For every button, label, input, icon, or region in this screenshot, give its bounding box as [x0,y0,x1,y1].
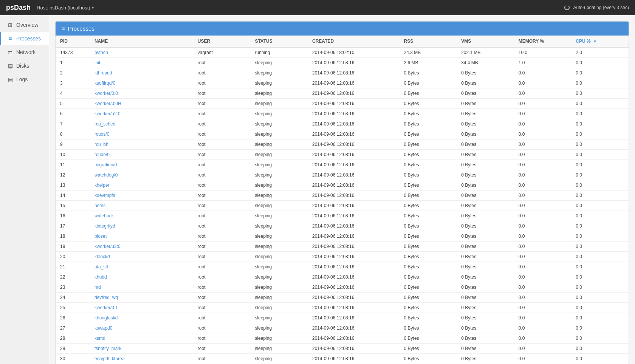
table-row[interactable]: 14373pythonvagrantrunning2014-09-06 18:0… [56,47,629,58]
cell-name[interactable]: kworker/0:0H [90,99,193,109]
table-row[interactable]: 9rcu_bhrootsleeping2014-09-06 12:08:160 … [56,139,629,150]
col-cpu-sort[interactable]: CPU % ▼ [571,36,629,47]
cell-name[interactable]: migration/0 [90,160,193,170]
table-row[interactable]: 10rcuob/0rootsleeping2014-09-06 12:08:16… [56,150,629,160]
table-row[interactable]: 11migration/0rootsleeping2014-09-06 12:0… [56,160,629,170]
cell-name[interactable]: khungtaskd [90,313,193,323]
table-row[interactable]: 26khungtaskdrootsleeping2014-09-06 12:08… [56,313,629,323]
cell-name[interactable]: rcuos/0 [90,129,193,139]
process-link[interactable]: kblockd [94,254,110,259]
process-link[interactable]: kswapd0 [94,325,112,331]
table-row[interactable]: 29fsnotify_markrootsleeping2014-09-06 12… [56,344,629,354]
table-row[interactable]: 13khelperrootsleeping2014-09-06 12:08:16… [56,180,629,191]
cell-name[interactable]: khelper [90,180,193,191]
process-link[interactable]: rcuos/0 [94,132,109,137]
process-link[interactable]: python [94,50,108,55]
process-link[interactable]: kintegrityd [94,223,115,229]
table-row[interactable]: 14kdevtmpfsrootsleeping2014-09-06 12:08:… [56,191,629,201]
cell-name[interactable]: ksmd [90,333,193,344]
process-link[interactable]: kworker/0:0 [94,91,118,96]
cell-name[interactable]: kintegrityd [90,221,193,231]
process-link[interactable]: khubd [94,274,107,280]
process-link[interactable]: devfreq_wq [94,295,118,300]
cell-name[interactable]: md [90,282,193,293]
table-row[interactable]: 28ksmdrootsleeping2014-09-06 12:08:160 B… [56,333,629,344]
cell-name[interactable]: kworker/u2:0 [90,109,193,119]
table-row[interactable]: 2kthreaddrootsleeping2014-09-06 12:08:16… [56,68,629,78]
process-link[interactable]: kworker/u3:0 [94,244,121,249]
cell-name[interactable]: ksoftirqd/0 [90,78,193,88]
cell-name[interactable]: python [90,47,193,58]
host-selector[interactable]: Host: psDash (localhost) ▾ [37,5,94,11]
table-row[interactable]: 12watchdog/0rootsleeping2014-09-06 12:08… [56,170,629,180]
table-row[interactable]: 1initrootsleeping2014-09-06 12:08:162.6 … [56,58,629,68]
table-row[interactable]: 5kworker/0:0Hrootsleeping2014-09-06 12:0… [56,99,629,109]
sidebar-item-overview[interactable]: ⊞ Overview [0,18,49,32]
table-row[interactable]: 24devfreq_wqrootsleeping2014-09-06 12:08… [56,293,629,303]
process-link[interactable]: khungtaskd [94,315,118,321]
table-row[interactable]: 18biosetrootsleeping2014-09-06 12:08:160… [56,231,629,242]
table-row[interactable]: 6kworker/u2:0rootsleeping2014-09-06 12:0… [56,109,629,119]
process-link[interactable]: ksmd [94,336,105,341]
process-link[interactable]: migration/0 [94,162,117,167]
process-link[interactable]: writeback [94,213,114,218]
sidebar-item-network[interactable]: ⇄ Network [0,45,49,59]
process-link[interactable]: netns [94,203,105,208]
cell-name[interactable]: ecryptfs-kthrea [90,354,193,364]
process-link[interactable]: kworker/0:0H [94,101,121,106]
process-link[interactable]: kthreadd [94,70,112,76]
process-link[interactable]: ecryptfs-kthrea [94,356,124,361]
table-row[interactable]: 17kintegritydrootsleeping2014-09-06 12:0… [56,221,629,231]
cell-name[interactable]: rcu_bh [90,139,193,150]
process-link[interactable]: rcu_bh [94,142,108,147]
brand[interactable]: psDash [6,4,31,12]
process-link[interactable]: rcuob/0 [94,152,110,157]
table-row[interactable]: 27kswapd0rootsleeping2014-09-06 12:08:16… [56,323,629,333]
cell-name[interactable]: kdevtmpfs [90,191,193,201]
table-row[interactable]: 3ksoftirqd/0rootsleeping2014-09-06 12:08… [56,78,629,88]
process-link[interactable]: kdevtmpfs [94,193,115,198]
sidebar-item-disks[interactable]: ▤ Disks [0,59,49,73]
cell-name[interactable]: devfreq_wq [90,293,193,303]
table-row[interactable]: 16writebackrootsleeping2014-09-06 12:08:… [56,211,629,221]
cell-name[interactable]: kthreadd [90,68,193,78]
table-row[interactable]: 7rcu_schedrootsleeping2014-09-06 12:08:1… [56,119,629,129]
table-row[interactable]: 23mdrootsleeping2014-09-06 12:08:160 Byt… [56,282,629,293]
process-link[interactable]: watchdog/0 [94,172,118,178]
cell-name[interactable]: kworker/u3:0 [90,242,193,252]
cell-name[interactable]: rcu_sched [90,119,193,129]
table-row[interactable]: 8rcuos/0rootsleeping2014-09-06 12:08:160… [56,129,629,139]
process-link[interactable]: md [94,285,101,290]
cell-name[interactable]: bioset [90,231,193,242]
table-row[interactable]: 30ecryptfs-kthrearootsleeping2014-09-06 … [56,354,629,364]
cell-name[interactable]: kswapd0 [90,323,193,333]
cell-name[interactable]: kworker/0:1 [90,303,193,313]
cell-name[interactable]: init [90,58,193,68]
process-link[interactable]: bioset [94,234,107,239]
cell-name[interactable]: ata_sff [90,262,193,272]
table-row[interactable]: 20kblockdrootsleeping2014-09-06 12:08:16… [56,252,629,262]
process-link[interactable]: ata_sff [94,264,108,270]
process-link[interactable]: kworker/u2:0 [94,111,121,116]
cell-name[interactable]: fsnotify_mark [90,344,193,354]
cell-name[interactable]: rcuob/0 [90,150,193,160]
cell-name[interactable]: watchdog/0 [90,170,193,180]
cell-name[interactable]: netns [90,201,193,211]
process-link[interactable]: ksoftirqd/0 [94,81,115,86]
process-link[interactable]: khelper [94,183,109,188]
process-link[interactable]: kworker/0:1 [94,305,118,310]
process-link[interactable]: fsnotify_mark [94,346,121,351]
table-row[interactable]: 22khubdrootsleeping2014-09-06 12:08:160 … [56,272,629,282]
cell-name[interactable]: kblockd [90,252,193,262]
table-row[interactable]: 21ata_sffrootsleeping2014-09-06 12:08:16… [56,262,629,272]
sidebar-item-logs[interactable]: ▤ Logs [0,73,49,86]
process-link[interactable]: rcu_sched [94,121,115,127]
cell-name[interactable]: khubd [90,272,193,282]
table-row[interactable]: 15netnsrootsleeping2014-09-06 12:08:160 … [56,201,629,211]
table-row[interactable]: 25kworker/0:1rootsleeping2014-09-06 12:0… [56,303,629,313]
table-row[interactable]: 19kworker/u3:0rootsleeping2014-09-06 12:… [56,242,629,252]
cell-name[interactable]: writeback [90,211,193,221]
cell-name[interactable]: kworker/0:0 [90,88,193,99]
table-row[interactable]: 4kworker/0:0rootsleeping2014-09-06 12:08… [56,88,629,99]
sidebar-item-processes[interactable]: ≡ Processes [0,32,49,45]
